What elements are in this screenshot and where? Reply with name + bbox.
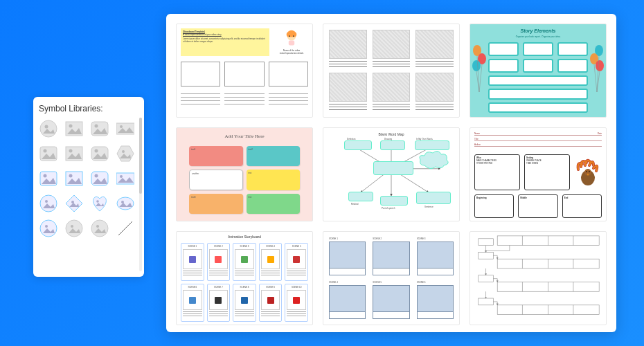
symbol-image-square-blue[interactable] xyxy=(64,169,84,188)
tpl1-frame xyxy=(181,62,220,86)
tpl3-wide-box xyxy=(488,75,588,86)
tpl8-scene: SCENE 2 xyxy=(373,237,409,275)
tpl4-box: another xyxy=(189,170,243,190)
tpl7-frame: SCENE 4 xyxy=(259,243,283,281)
tpl1-frame xyxy=(224,62,264,86)
template-storyboard-yellow[interactable]: [Storyboard Template] A visual represent… xyxy=(176,24,313,118)
svg-rect-114 xyxy=(478,239,494,246)
svg-rect-99 xyxy=(478,252,494,259)
symbol-image-circle-2[interactable] xyxy=(64,219,84,238)
svg-point-42 xyxy=(96,200,99,203)
tpl3-wide-box xyxy=(488,89,588,99)
tpl2-sketch xyxy=(329,73,367,102)
template-add-title[interactable]: Add Your Title Here text1 text2 another … xyxy=(176,127,313,221)
tpl6-field: Title xyxy=(474,138,478,140)
symbol-image-diamond-blue[interactable] xyxy=(64,194,84,213)
svg-point-59 xyxy=(293,35,294,37)
tpl6-box: Beginning xyxy=(474,194,514,218)
symbol-image-oval-blue[interactable] xyxy=(116,194,135,213)
tpl8-scene: SCENE 1 xyxy=(329,237,366,275)
symbol-libraries-title: Symbol Libraries: xyxy=(39,104,138,113)
tpl7-frame: SCENE 5 xyxy=(285,243,308,281)
tpl1-header: [Storyboard Template] A visual represent… xyxy=(181,28,269,56)
tpl6-field: Author xyxy=(474,143,481,146)
svg-point-0 xyxy=(40,120,57,137)
symbol-image-rounded[interactable] xyxy=(90,119,109,138)
tpl5-node xyxy=(380,196,408,206)
symbol-image-heart-blue[interactable] xyxy=(90,194,109,213)
symbol-image-rounded-blue[interactable] xyxy=(39,169,58,188)
tpl6-box: End xyxy=(562,194,602,218)
cloud-icon xyxy=(418,150,451,171)
svg-point-1 xyxy=(45,125,48,129)
symbol-image-hex[interactable] xyxy=(116,144,135,163)
tpl2-sketch xyxy=(415,30,454,59)
template-story-elements[interactable]: Story Elements Organize your book report… xyxy=(469,24,607,118)
template-scene-grid[interactable]: SCENE 1SCENE 2SCENE 3SCENE 4SCENE 5SCENE… xyxy=(323,231,460,325)
symbol-image-circle-blue-2[interactable] xyxy=(39,219,58,238)
symbol-image-landscape-blue[interactable] xyxy=(116,169,135,188)
svg-point-48 xyxy=(45,225,48,228)
symbol-image-square[interactable] xyxy=(64,119,84,138)
svg-rect-109 xyxy=(478,298,494,305)
tpl3-wide-box xyxy=(488,102,588,113)
symbol-image-circle-blue[interactable] xyxy=(39,194,58,213)
tpl5-label: Part of speech xyxy=(382,207,395,210)
tpl6-box: WhoMAIN CHARACTERSOTHER PEOPLE xyxy=(474,154,520,190)
svg-point-47 xyxy=(40,220,57,237)
tpl2-sketch xyxy=(329,30,367,59)
svg-point-34 xyxy=(120,175,123,178)
tpl7-frame: SCENE 10 xyxy=(285,284,308,322)
tpl5-label: Drawing xyxy=(384,138,392,140)
scrollbar-thumb[interactable] xyxy=(139,118,142,194)
balloons-icon xyxy=(589,44,605,99)
template-blank-word-map[interactable]: Blank Word Map Definition Drawing In My … xyxy=(323,127,460,221)
tpl6-field: Name xyxy=(474,132,480,135)
template-animation-storyboard[interactable]: Animation Storyboard SCENE 1SCENE 2SCENE… xyxy=(176,231,313,325)
template-sketch-storyboard[interactable] xyxy=(323,24,460,118)
svg-point-13 xyxy=(44,149,47,153)
symbol-image-rounded-2[interactable] xyxy=(39,144,58,163)
svg-point-53 xyxy=(91,220,108,237)
tpl5-node xyxy=(416,192,451,204)
svg-rect-88 xyxy=(267,256,274,263)
tpl8-scene: SCENE 6 xyxy=(417,281,454,319)
template-lesson-plan[interactable]: NameDate Title Author WhoMAIN CHARACTERS… xyxy=(469,127,607,221)
balloons-icon xyxy=(472,44,487,99)
tpl7-frame: SCENE 9 xyxy=(259,284,283,322)
tpl5-node xyxy=(380,140,405,150)
svg-rect-89 xyxy=(293,256,300,263)
symbol-image-rounded-3[interactable] xyxy=(90,144,109,163)
svg-rect-90 xyxy=(189,297,196,304)
symbol-image-circle-3[interactable] xyxy=(90,219,109,238)
tpl8-scene: SCENE 3 xyxy=(417,237,454,275)
tpl7-frame: SCENE 6 xyxy=(181,284,204,322)
svg-point-58 xyxy=(289,35,290,37)
symbol-line-diagonal[interactable] xyxy=(116,219,135,238)
svg-line-72 xyxy=(597,71,600,92)
svg-point-25 xyxy=(44,174,47,178)
symbol-image-rounded-blue-2[interactable] xyxy=(90,169,109,188)
tpl3-box xyxy=(523,42,553,56)
tpl4-box: text3 xyxy=(189,194,243,214)
svg-point-54 xyxy=(96,225,99,228)
svg-point-7 xyxy=(95,125,98,128)
tpl8-scene: SCENE 4 xyxy=(329,281,366,319)
svg-rect-104 xyxy=(478,275,494,282)
tpl4-title: Add Your Title Here xyxy=(177,134,312,139)
tpl7-frame: SCENE 7 xyxy=(207,284,231,322)
tpl5-node xyxy=(415,140,449,150)
tpl1-subtitle: A visual representation of your video st… xyxy=(183,33,267,36)
svg-point-37 xyxy=(45,200,48,203)
symbol-image-square-2[interactable] xyxy=(64,144,84,163)
svg-point-19 xyxy=(95,149,98,153)
tpl3-box xyxy=(523,59,553,73)
tpl4-box: text2 xyxy=(247,146,301,166)
symbol-image-landscape[interactable] xyxy=(116,119,135,138)
tpl7-frame: SCENE 1 xyxy=(181,243,204,281)
template-flowchart[interactable] xyxy=(469,231,607,325)
svg-marker-21 xyxy=(117,146,134,161)
symbol-image-circle[interactable] xyxy=(39,119,58,138)
svg-point-31 xyxy=(95,174,98,178)
tpl4-box: text xyxy=(247,194,301,214)
